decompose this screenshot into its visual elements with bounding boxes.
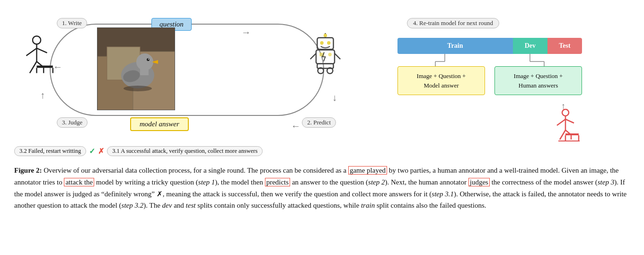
svg-point-0: [33, 36, 41, 44]
svg-line-34: [335, 53, 340, 59]
tdt-bar: Train Dev Test: [397, 38, 582, 54]
caption-text4: ), the model then: [215, 178, 265, 186]
info-boxes: Image + Question + Model answer Image + …: [397, 66, 582, 95]
arrow-down-robot: ↓: [332, 92, 337, 103]
svg-line-46: [560, 130, 565, 140]
caption-text7: the correctness of the model answer (: [490, 178, 598, 186]
arrow-up-left: ↑: [40, 90, 45, 101]
arrow-right-top: →: [241, 27, 251, 38]
dev-segment: Dev: [513, 38, 547, 54]
train-ref: train: [361, 202, 375, 209]
caption-text5: an answer to the question (: [290, 178, 368, 186]
info-box-human-answers: Image + Question + Human answers: [494, 66, 582, 95]
dev-ref: dev: [162, 202, 172, 209]
arrow-left-predict: ←: [291, 121, 300, 132]
svg-rect-49: [565, 133, 579, 135]
failed-label: 3.2 Failed, restart writting: [14, 146, 86, 156]
highlight-judges: judges: [468, 178, 490, 186]
svg-line-3: [37, 48, 47, 53]
svg-point-18: [148, 59, 149, 60]
bottom-row: 3.2 Failed, restart writting ✓ ✗ 3.1 A s…: [14, 146, 369, 156]
svg-line-44: [557, 119, 565, 125]
svg-rect-7: [37, 66, 53, 68]
caption-text11: and: [172, 202, 185, 209]
arrow-left-mid: ←: [53, 62, 62, 72]
success-label: 3.1 A successful attack, verify question…: [107, 146, 263, 156]
arrow-up-human-right: ↑: [561, 101, 565, 111]
caption-text6: ). Next, the human annotator: [385, 178, 468, 186]
right-diagram: 4. Re-train model for next round Train D…: [388, 9, 591, 156]
step3-label: 3. Judge: [57, 117, 88, 128]
step32-ref: step 3.2: [122, 202, 144, 209]
caption-text1: Overview of our adversarial data collect…: [42, 167, 348, 174]
robot-figure: [308, 33, 343, 85]
caption-text13: split contains also the failed questions…: [375, 202, 486, 209]
figure-label: Figure 2:: [14, 167, 42, 174]
svg-point-21: [124, 86, 152, 91]
caption-text12: splits contain only successfully attacke…: [195, 202, 361, 209]
highlight-game-played: game played: [348, 166, 387, 175]
svg-line-2: [26, 48, 37, 56]
test-segment: Test: [547, 38, 582, 54]
svg-line-45: [565, 119, 574, 123]
oval-loop: [50, 24, 324, 116]
caption-text3: model by writing a tricky question (: [94, 178, 198, 186]
model-answer-box: model answer: [130, 117, 189, 131]
svg-point-17: [147, 58, 150, 61]
step4-label: 4. Re-train model for next round: [407, 18, 499, 28]
svg-line-33: [310, 53, 316, 59]
step1-label: 1. Write: [57, 18, 87, 28]
check-icon: ✓: [89, 147, 95, 156]
highlight-predicts: predicts: [265, 178, 290, 186]
caption: Figure 2: Overview of our adversarial da…: [14, 165, 630, 211]
human-figure-right: [549, 109, 582, 151]
arrows-up-svg: [397, 54, 582, 67]
highlight-attack-the: attack the: [64, 178, 94, 186]
svg-point-25: [320, 41, 324, 44]
step3-ref: step 3: [598, 178, 614, 186]
svg-point-26: [327, 41, 330, 44]
svg-point-23: [324, 34, 327, 37]
step2-label: 2. Predict: [302, 117, 336, 128]
info-box-model-answer: Image + Question + Model answer: [397, 66, 485, 95]
step2-ref: step 2: [368, 178, 385, 186]
duck-image: [97, 27, 175, 110]
test-ref: test: [186, 202, 196, 209]
train-segment: Train: [397, 38, 513, 54]
svg-rect-19: [140, 65, 149, 75]
step1-ref: step 1: [198, 178, 215, 186]
cross-icon: ✗: [98, 147, 104, 156]
caption-text10: ). The: [143, 202, 162, 209]
human-figure-left: [19, 35, 54, 88]
svg-line-4: [30, 62, 37, 73]
left-diagram: 1. Write question →: [14, 9, 374, 156]
step31-ref: step 3.1: [432, 190, 454, 198]
svg-point-29: [328, 53, 332, 56]
